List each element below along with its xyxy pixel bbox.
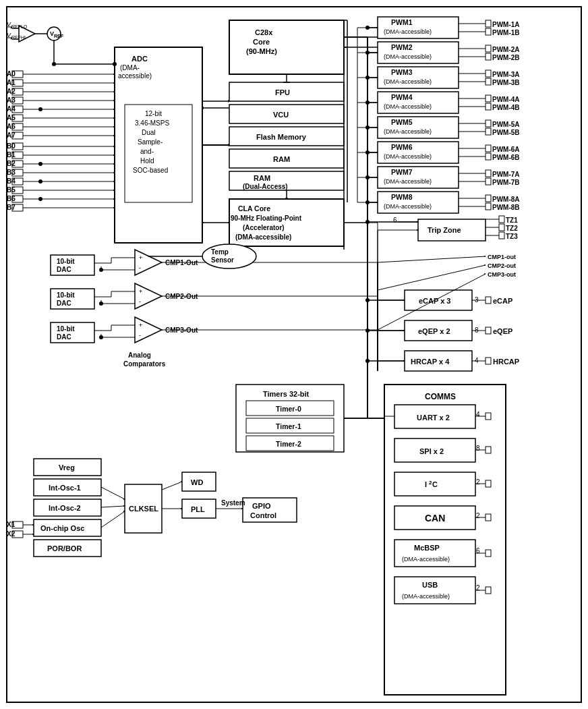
svg-text:PWM4: PWM4 (391, 93, 413, 101)
svg-rect-187 (486, 53, 491, 60)
svg-point-40 (38, 107, 42, 111)
svg-text:DAC: DAC (57, 266, 71, 273)
svg-rect-217 (486, 178, 491, 185)
svg-rect-321 (486, 358, 491, 364)
svg-text:DAC: DAC (57, 333, 71, 341)
svg-line-287 (378, 256, 486, 262)
svg-rect-178 (486, 20, 491, 27)
svg-rect-375 (486, 587, 491, 594)
svg-rect-208 (486, 145, 491, 152)
svg-text:CLA Core: CLA Core (238, 204, 270, 212)
svg-text:C: C (432, 480, 438, 488)
svg-text:TZ2: TZ2 (506, 225, 518, 232)
svg-rect-358 (486, 480, 491, 487)
svg-marker-248 (135, 250, 162, 275)
svg-line-290 (378, 265, 486, 290)
svg-text:PWM-7B: PWM-7B (492, 179, 520, 186)
svg-text:DAC: DAC (57, 300, 71, 307)
svg-text:CMP3-out: CMP3-out (488, 271, 516, 278)
svg-text:A7: A7 (7, 132, 16, 139)
svg-text:PWM2: PWM2 (391, 43, 413, 51)
svg-text:B7: B7 (7, 204, 16, 211)
svg-line-396 (101, 487, 125, 499)
svg-point-276 (99, 302, 103, 306)
svg-text:REFLO: REFLO (11, 24, 28, 29)
svg-rect-196 (486, 95, 491, 102)
svg-text:10-bit: 10-bit (57, 325, 75, 333)
svg-text:POR/BOR: POR/BOR (47, 544, 82, 552)
svg-point-440 (365, 76, 370, 80)
svg-text:PLL: PLL (191, 505, 205, 513)
svg-text:PWM-7A: PWM-7A (492, 171, 520, 178)
svg-rect-205 (486, 128, 491, 135)
svg-rect-143 (378, 117, 459, 138)
svg-text:B5: B5 (7, 186, 16, 194)
svg-point-442 (365, 125, 370, 130)
svg-text:(DMA-accessible): (DMA-accessible) (402, 556, 450, 563)
svg-text:A0: A0 (7, 70, 16, 78)
svg-text:Core: Core (253, 38, 270, 46)
svg-rect-363 (486, 514, 491, 521)
svg-text:TZ3: TZ3 (506, 233, 518, 240)
svg-rect-369 (486, 550, 491, 557)
svg-text:Control: Control (250, 511, 276, 519)
svg-text:A2: A2 (7, 88, 16, 95)
svg-text:(DMA-accessible): (DMA-accessible) (384, 78, 432, 85)
svg-text:CMP2-out: CMP2-out (488, 262, 516, 269)
svg-text:4: 4 (476, 411, 480, 418)
svg-text:Sensor: Sensor (211, 256, 234, 264)
svg-text:C28x: C28x (255, 28, 273, 36)
svg-text:(DMA-accessible): (DMA-accessible) (384, 178, 432, 185)
svg-text:(DMA-accessible): (DMA-accessible) (384, 53, 432, 60)
svg-rect-149 (378, 167, 459, 188)
svg-text:PWM6: PWM6 (391, 143, 413, 151)
svg-point-439 (365, 51, 370, 55)
svg-text:PWM-5A: PWM-5A (492, 121, 520, 128)
svg-text:2: 2 (476, 478, 480, 486)
svg-text:Vreg: Vreg (59, 463, 75, 472)
svg-text:PWM-2A: PWM-2A (492, 46, 520, 53)
svg-text:+: + (139, 322, 142, 329)
svg-text:B2: B2 (7, 160, 16, 167)
svg-line-398 (101, 506, 125, 507)
svg-text:PWM3: PWM3 (391, 68, 413, 76)
svg-text:(DMA-accessible): (DMA-accessible) (235, 233, 291, 241)
svg-text:+: + (139, 288, 142, 295)
svg-text:6: 6 (393, 217, 397, 224)
svg-rect-351 (486, 447, 491, 453)
svg-rect-202 (486, 120, 491, 127)
svg-text:(Dual-Access): (Dual-Access) (243, 183, 288, 190)
svg-marker-253 (135, 283, 162, 309)
svg-marker-288 (484, 256, 486, 257)
svg-point-83 (38, 197, 42, 201)
svg-text:CLKSEL: CLKSEL (129, 505, 158, 513)
svg-point-443 (365, 150, 370, 154)
svg-text:B4: B4 (7, 177, 16, 185)
svg-point-74 (38, 179, 42, 183)
svg-text:(DMA-accessible): (DMA-accessible) (384, 103, 432, 110)
svg-text:TZ1: TZ1 (506, 217, 518, 224)
svg-rect-234 (499, 224, 504, 231)
svg-text:(DMA-accessible): (DMA-accessible) (384, 128, 432, 135)
svg-text:PWM7: PWM7 (391, 168, 413, 176)
svg-text:+: + (139, 254, 142, 261)
svg-text:REFHI: REFHI (11, 35, 26, 40)
svg-rect-140 (378, 92, 459, 113)
svg-text:PWM-1B: PWM-1B (492, 29, 520, 36)
svg-text:System: System (221, 499, 245, 507)
svg-rect-146 (378, 142, 459, 163)
svg-point-441 (365, 101, 370, 105)
svg-text:Comparators: Comparators (123, 360, 166, 368)
svg-line-400 (101, 511, 125, 528)
svg-text:(Accelerator): (Accelerator) (243, 224, 285, 231)
svg-text:PWM-1A: PWM-1A (492, 21, 520, 28)
svg-rect-152 (378, 192, 459, 213)
svg-text:McBSP: McBSP (414, 544, 440, 552)
svg-rect-237 (499, 232, 504, 239)
svg-rect-305 (486, 297, 491, 304)
svg-text:PWM-4A: PWM-4A (492, 96, 520, 103)
svg-text:(DMA-accessible): (DMA-accessible) (384, 153, 432, 160)
svg-rect-223 (486, 203, 491, 210)
svg-text:CMP1-out: CMP1-out (488, 254, 516, 260)
svg-text:HRCAP x 4: HRCAP x 4 (411, 358, 450, 366)
